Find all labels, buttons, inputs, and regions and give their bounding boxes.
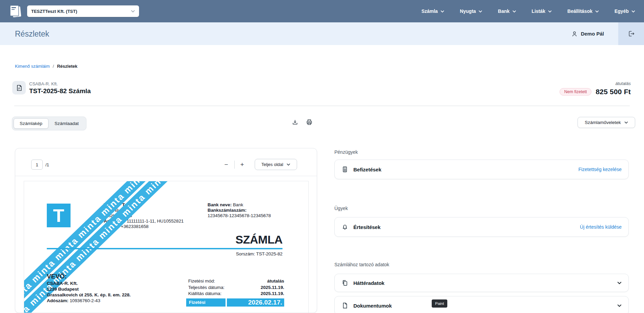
payments-card: Befizetések Fizetettség kezelése (334, 160, 629, 179)
file-icon (341, 302, 348, 309)
copy-documents-icon (341, 279, 348, 286)
due-date-highlight: Fizetési határidő: 2026.02.17. (186, 298, 284, 307)
notifications-card: Értesítések Új értesítés küldése (334, 217, 629, 237)
chevron-down-icon[interactable] (617, 304, 622, 307)
main-menu: Számla Nyugta Bank Listák Beállítások Eg… (422, 0, 635, 22)
page-title: Részletek (15, 29, 49, 38)
new-notification-link[interactable]: Új értesítés küldése (580, 224, 622, 230)
logout-button[interactable] (618, 22, 644, 45)
background-data-card[interactable]: Háttéradatok (334, 274, 629, 292)
buyer-block: VEVŐ: CSABA-R. Kft. 1239 Budapest Grassa… (47, 273, 131, 304)
invoice-amount: 825 500 Ft (596, 88, 631, 96)
invoice-title: TST-2025-82 Számla (29, 87, 91, 95)
chevron-down-icon (131, 10, 135, 13)
nav-item-szamla[interactable]: Számla (422, 8, 444, 14)
chevron-down-icon (624, 121, 628, 124)
invoice-preview-card: /1 − + Teljes oldal minta minta minta mi… (15, 148, 317, 313)
app-logo-icon (8, 4, 24, 18)
chevron-down-icon (441, 10, 444, 13)
chevron-down-icon (595, 10, 599, 13)
seller-logo: T (47, 204, 71, 227)
nav-item-bank[interactable]: Bank (498, 8, 516, 14)
page-count-label: /1 (45, 162, 49, 167)
background-data-title: Háttéradatok (353, 280, 385, 286)
invoice-actions-button[interactable]: Számlaműveletek (578, 117, 635, 128)
fit-mode-select[interactable]: Teljes oldal (255, 159, 297, 170)
section-label-finance: Pénzügyek (334, 149, 358, 155)
invoice-preview-page: minta minta minta minta minta minta mint… (24, 181, 309, 313)
user-menu[interactable]: Demo Pál (571, 22, 604, 45)
view-tabs: Számlakép Számlaadat (12, 117, 86, 130)
serial-number: Sorszám: TST-2025-82 (236, 251, 282, 256)
section-divider (14, 106, 630, 106)
print-button[interactable] (305, 118, 314, 127)
nav-item-egyeb[interactable]: Egyéb (614, 8, 635, 14)
logout-icon (628, 30, 635, 37)
payment-method-text: átutalás (560, 81, 631, 86)
status-badge: Nem fizetett (560, 88, 592, 96)
chevron-down-icon (631, 10, 635, 13)
section-label-cases: Ügyek (334, 206, 348, 211)
nav-item-listak[interactable]: Listák (532, 8, 552, 14)
printer-icon (306, 119, 313, 126)
invoice-summary: átutalás Nem fizetett 825 500 Ft (560, 81, 631, 96)
chevron-down-icon (479, 10, 482, 13)
breadcrumb: Kimenő számláim / Részletek (15, 64, 77, 69)
download-button[interactable] (291, 118, 299, 127)
controls-divider (15, 176, 317, 176)
chevron-down-icon (287, 163, 290, 166)
bell-icon (341, 224, 348, 230)
document-icon (16, 84, 23, 91)
tab-szamlaadat[interactable]: Számlaadat (48, 118, 85, 129)
payments-card-title: Befizetések (353, 167, 382, 172)
invoice-type-badge (12, 81, 26, 95)
page-number-input[interactable] (31, 160, 43, 170)
controls-separator (234, 161, 235, 169)
chevron-down-icon (548, 10, 552, 13)
company-select-value: TESZTTeszt Kft. (TST) (31, 9, 77, 14)
chevron-down-icon (512, 10, 516, 13)
company-select[interactable]: TESZTTeszt Kft. (TST) (27, 5, 139, 17)
breadcrumb-current: Részletek (57, 64, 77, 69)
nav-item-beallitasok[interactable]: Beállítások (567, 8, 599, 14)
nav-item-nyugta[interactable]: Nyugta (460, 8, 482, 14)
document-title: SZÁMLA (235, 233, 282, 246)
zoom-in-button[interactable]: + (237, 160, 247, 169)
breadcrumb-parent-link[interactable]: Kimenő számláim (15, 64, 50, 69)
top-navbar: TESZTTeszt Kft. (TST) Számla Nyugta Bank… (0, 0, 644, 22)
section-label-related-data: Számlához tartozó adatok (334, 262, 389, 267)
documents-title: Dokumentumok (353, 303, 392, 309)
partner-name: CSABA-R. Kft. (29, 81, 58, 86)
os-taskbar-tooltip: Paint (432, 299, 447, 308)
calculator-icon (341, 166, 348, 173)
download-icon (292, 119, 298, 126)
accent-rule (47, 248, 282, 249)
payment-details: Fizetési mód:átutalás Teljesítés dátuma:… (188, 278, 284, 297)
notifications-card-title: Értesítések (353, 224, 380, 230)
manage-payment-link[interactable]: Fizetettség kezelése (578, 167, 622, 172)
breadcrumb-separator: / (53, 64, 54, 69)
bank-block: Bank neve: Bank Bankszámlaszám: 12345678… (208, 202, 271, 218)
chevron-down-icon[interactable] (617, 281, 622, 284)
documents-card[interactable]: Dokumentumok (334, 296, 629, 313)
subheader-bar: Részletek Demo Pál (0, 22, 644, 45)
user-name: Demo Pál (581, 31, 604, 37)
user-icon (571, 30, 578, 37)
tab-szamlakep[interactable]: Számlakép (14, 118, 48, 129)
zoom-out-button[interactable]: − (221, 160, 231, 169)
